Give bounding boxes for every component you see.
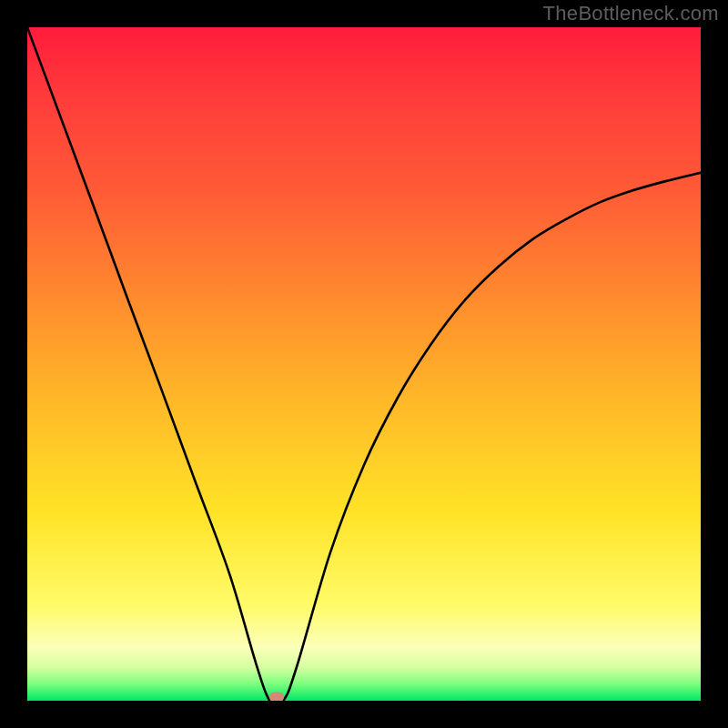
plot-area [27, 27, 701, 701]
main-curve [27, 27, 701, 701]
chart-frame: TheBottleneck.com [0, 0, 728, 728]
curve-layer [27, 27, 701, 701]
watermark-text: TheBottleneck.com [543, 2, 719, 25]
curve-minimum-marker [269, 693, 284, 702]
